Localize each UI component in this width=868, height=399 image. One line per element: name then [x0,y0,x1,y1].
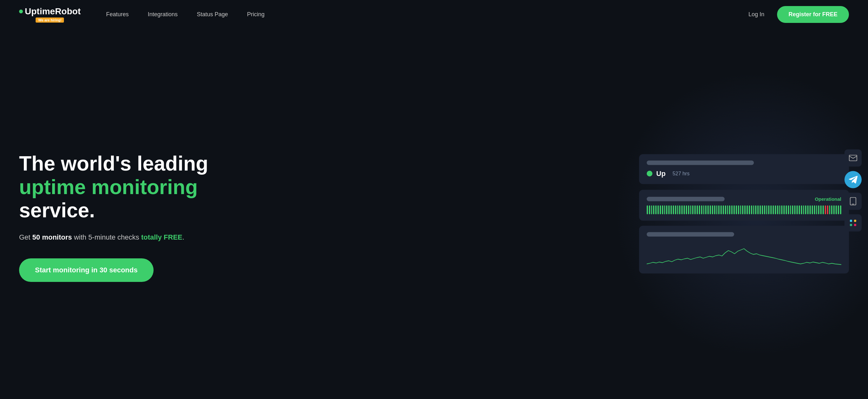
telegram-icon [848,175,858,184]
uptime-bar [749,205,750,215]
subtitle-green: totally FREE [141,233,183,241]
uptime-bar [809,205,811,215]
register-button[interactable]: Register for FREE [777,6,849,23]
uptime-bar [797,205,798,215]
uptime-bar [675,205,676,215]
uptime-bar [647,205,648,215]
uptime-bar [707,205,709,215]
hero-subtitle: Get 50 monitors with 5-minute checks tot… [19,232,216,243]
uptime-bar [762,205,763,215]
uptime-bar [690,205,691,215]
navigation: UptimeRobot We are hiring! Features Inte… [0,0,868,29]
slack-notification-icon [844,215,862,232]
monitor-status-row: Up 527 hrs [647,170,841,178]
uptime-bar [734,205,735,215]
uptime-bar [788,205,789,215]
slack-icon [848,219,858,228]
uptime-bar [651,205,652,215]
uptime-bar [783,205,785,215]
uptime-bar [729,205,730,215]
uptime-bar [753,205,754,215]
uptime-bar [699,205,700,215]
uptime-bar [671,205,672,215]
cta-button[interactable]: Start monitoring in 30 seconds [19,258,154,282]
uptime-bar [768,205,769,215]
status-up-label: Up [656,170,665,178]
svg-rect-4 [850,224,852,226]
uptime-bar [751,205,752,215]
uptime-bar [718,205,719,215]
uptime-bar [794,205,796,215]
status-up-icon [647,171,652,177]
uptime-bar [710,205,711,215]
uptime-bar [775,205,776,215]
email-notification-icon [844,149,862,167]
uptime-bar [705,205,707,215]
uptime-bar [673,205,674,215]
hero-title: The world's leading uptime monitoring se… [19,152,216,222]
uptime-bar [696,205,698,215]
uptime-bar [716,205,718,215]
hero-title-end: service. [19,199,95,222]
nav-right: Log In Register for FREE [748,6,849,23]
subtitle-end: . [183,233,184,241]
uptime-bar [720,205,722,215]
hero-title-line1: The world's leading [19,152,208,175]
hero-title-green: uptime monitoring [19,176,198,199]
uptime-bar [744,205,746,215]
hiring-badge[interactable]: We are hiring! [36,18,64,23]
uptime-bar [727,205,728,215]
login-link[interactable]: Log In [748,11,764,18]
nav-pricing[interactable]: Pricing [247,11,265,18]
logo-text: UptimeRobot [25,6,81,17]
nav-status-page[interactable]: Status Page [197,11,228,18]
uptime-bar [790,205,792,215]
nav-integrations[interactable]: Integrations [148,11,178,18]
uptime-bar [662,205,663,215]
subtitle-mid: with 5-minute checks [72,233,141,241]
nav-links: Features Integrations Status Page Pricin… [106,11,748,18]
uptime-bar [742,205,743,215]
uptime-bar [657,205,659,215]
uptime-bar [827,205,828,215]
chart-title-placeholder [647,232,734,237]
uptime-bar [703,205,705,215]
telegram-notification-icon [844,171,862,188]
uptime-bar [738,205,739,215]
logo[interactable]: UptimeRobot [19,6,81,17]
uptime-bar [692,205,693,215]
uptime-bar [747,205,748,215]
uptime-bar [684,205,685,215]
uptime-bar [773,205,774,215]
response-time-card [639,226,849,274]
uptime-bar [829,205,831,215]
svg-rect-6 [854,224,856,226]
uptime-bar [812,205,813,215]
uptime-bar [816,205,817,215]
nav-features[interactable]: Features [106,11,129,18]
uptime-bar [823,205,824,215]
uptime-bar [660,205,661,215]
uptime-bar [736,205,737,215]
svg-rect-5 [854,220,856,222]
response-time-chart [647,242,841,267]
logo-area: UptimeRobot We are hiring! [19,6,81,23]
uptime-bar [740,205,741,215]
phone-notification-icon [844,193,862,210]
uptime-bar [679,205,680,215]
uptime-bar [664,205,665,215]
hero-section: The world's leading uptime monitoring se… [0,29,868,399]
uptime-bar [781,205,782,215]
uptime-bar [833,205,835,215]
uptime-bar [688,205,689,215]
subtitle-bold: 50 monitors [32,233,72,241]
uptime-bar [840,205,841,215]
uptime-bar [725,205,726,215]
uptime-bar [714,205,715,215]
uptime-bar [655,205,657,215]
uptime-bars [647,205,841,215]
phone-icon [849,197,857,205]
uptime-bar [677,205,679,215]
uptime-bar [757,205,758,215]
status-bar-title-placeholder [647,197,724,201]
